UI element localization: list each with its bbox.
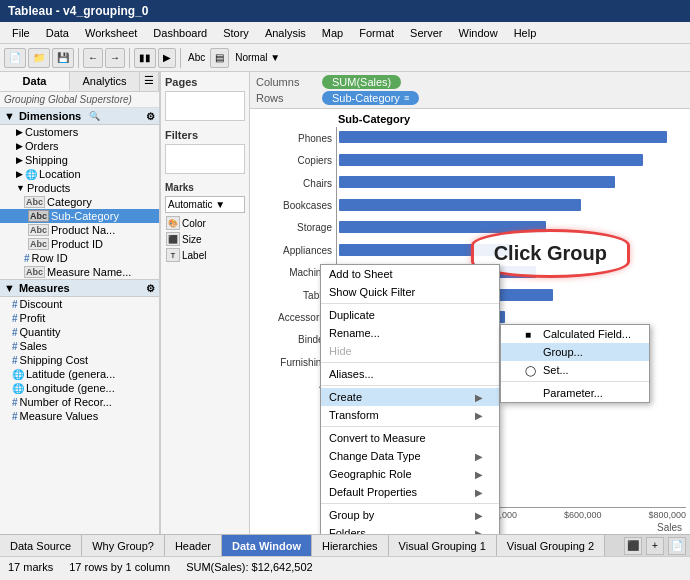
dim-orders[interactable]: ▶ Orders (0, 139, 159, 153)
tab-hierarchies-label: Hierarchies (322, 540, 378, 552)
marks-label: Marks (165, 182, 245, 193)
menu-server[interactable]: Server (402, 25, 450, 41)
ctx-geo-role[interactable]: Geographic Role ▶ (321, 465, 499, 483)
toolbar-save[interactable]: 💾 (52, 48, 74, 68)
ctx-transform[interactable]: Transform ▶ (321, 406, 499, 424)
rows-pill[interactable]: Sub-Category ≡ (322, 91, 419, 105)
ctx-change-data-type[interactable]: Change Data Type ▶ (321, 447, 499, 465)
panel-options[interactable]: ☰ (140, 72, 159, 91)
measure-profit[interactable]: # Profit (0, 311, 159, 325)
toolbar-chart[interactable]: ▤ (210, 48, 229, 68)
dim-category[interactable]: Abc Category (0, 195, 159, 209)
bottom-icon-1[interactable]: ⬛ (624, 537, 642, 555)
context-menu: Add to Sheet Show Quick Filter Duplicate… (320, 264, 500, 534)
measure-values[interactable]: # Measure Values (0, 409, 159, 423)
ctx-convert[interactable]: Convert to Measure (321, 429, 499, 447)
profit-hash-icon: # (12, 313, 18, 324)
ctx-show-quick-filter[interactable]: Show Quick Filter (321, 283, 499, 301)
label-icon[interactable]: T (166, 248, 180, 262)
ctx-folders[interactable]: Folders ▶ (321, 524, 499, 534)
tab-why-group-label: Why Group? (92, 540, 154, 552)
measure-longitude[interactable]: 🌐 Longitude (gene... (0, 381, 159, 395)
pages-box[interactable] (165, 91, 245, 121)
toolbar-redo[interactable]: → (105, 48, 125, 68)
dim-shipping[interactable]: ▶ Shipping (0, 153, 159, 167)
color-icon[interactable]: 🎨 (166, 216, 180, 230)
dim-location[interactable]: ▶ 🌐 Location (0, 167, 159, 181)
ctx-hide[interactable]: Hide (321, 342, 499, 360)
ctx-default-props[interactable]: Default Properties ▶ (321, 483, 499, 501)
tab-analytics[interactable]: Analytics (70, 72, 140, 91)
rows-label: Rows (256, 92, 316, 104)
menu-map[interactable]: Map (314, 25, 351, 41)
measure-discount[interactable]: # Discount (0, 297, 159, 311)
category-abc-icon: Abc (24, 196, 45, 208)
shelf-area: Columns SUM(Sales) Rows Sub-Category ≡ (250, 72, 690, 109)
toolbar-pause[interactable]: ▮▮ (134, 48, 156, 68)
orders-arrow: ▶ (16, 141, 23, 151)
measure-quantity[interactable]: # Quantity (0, 325, 159, 339)
measures-gear-icon[interactable]: ⚙ (146, 283, 155, 294)
ctx-create[interactable]: Create ▶ (321, 388, 499, 406)
submenu-calculated-field[interactable]: ■ Calculated Field... (501, 325, 649, 343)
bar-phones (339, 127, 684, 147)
tab-data[interactable]: Data (0, 72, 70, 91)
tab-visual-grouping-1[interactable]: Visual Grouping 1 (389, 535, 497, 556)
toolbar-open[interactable]: 📁 (28, 48, 50, 68)
submenu-parameter[interactable]: Parameter... (501, 384, 649, 402)
tab-data-window[interactable]: Data Window (222, 535, 312, 556)
dim-subcategory[interactable]: Abc Sub-Category (0, 209, 159, 223)
marks-type[interactable]: Automatic ▼ (165, 196, 245, 213)
measure-latitude[interactable]: 🌐 Latitude (genera... (0, 367, 159, 381)
dimensions-search-icon[interactable]: 🔍 (89, 111, 100, 121)
ctx-add-to-sheet[interactable]: Add to Sheet (321, 265, 499, 283)
ctx-rename[interactable]: Rename... (321, 324, 499, 342)
ctx-group-by[interactable]: Group by ▶ (321, 506, 499, 524)
filters-section: Filters (165, 129, 245, 174)
size-icon[interactable]: ⬛ (166, 232, 180, 246)
ctx-duplicate-label: Duplicate (329, 309, 375, 321)
toolbar-run[interactable]: ▶ (158, 48, 176, 68)
menu-data[interactable]: Data (38, 25, 77, 41)
tab-data-source[interactable]: Data Source (0, 535, 82, 556)
menu-analysis[interactable]: Analysis (257, 25, 314, 41)
bar-label-chairs: Chairs (254, 172, 332, 194)
submenu-group[interactable]: Group... (501, 343, 649, 361)
menu-file[interactable]: File (4, 25, 38, 41)
tab-hierarchies[interactable]: Hierarchies (312, 535, 389, 556)
bottom-icon-2[interactable]: + (646, 537, 664, 555)
measures-header: ▼ Measures ⚙ (0, 280, 159, 297)
ctx-duplicate[interactable]: Duplicate (321, 306, 499, 324)
columns-pill[interactable]: SUM(Sales) (322, 75, 401, 89)
tab-why-group[interactable]: Why Group? (82, 535, 165, 556)
subcategory-label: Sub-Category (51, 210, 119, 222)
filters-box[interactable] (165, 144, 245, 174)
dim-productid[interactable]: Abc Product ID (0, 237, 159, 251)
dim-rowid[interactable]: # Row ID (0, 251, 159, 265)
dim-productname[interactable]: Abc Product Na... (0, 223, 159, 237)
dim-customers[interactable]: ▶ Customers (0, 125, 159, 139)
panel-tabs: Data Analytics ☰ (0, 72, 159, 92)
measure-numrecords[interactable]: # Number of Recor... (0, 395, 159, 409)
menu-window[interactable]: Window (451, 25, 506, 41)
bottom-icon-3[interactable]: 📄 (668, 537, 686, 555)
dim-measurename[interactable]: Abc Measure Name... (0, 265, 159, 279)
measure-shipping[interactable]: # Shipping Cost (0, 353, 159, 367)
toolbar-new[interactable]: 📄 (4, 48, 26, 68)
tab-visual-grouping-2[interactable]: Visual Grouping 2 (497, 535, 605, 556)
menu-dashboard[interactable]: Dashboard (145, 25, 215, 41)
submenu-set[interactable]: ◯ Set... (501, 361, 649, 379)
ctx-aliases[interactable]: Aliases... (321, 365, 499, 383)
toolbar-undo[interactable]: ← (83, 48, 103, 68)
menu-help[interactable]: Help (506, 25, 545, 41)
measure-sales[interactable]: # Sales (0, 339, 159, 353)
productname-abc-icon: Abc (28, 224, 49, 236)
tab-header[interactable]: Header (165, 535, 222, 556)
menu-format[interactable]: Format (351, 25, 402, 41)
dim-products[interactable]: ▼ Products (0, 181, 159, 195)
menu-story[interactable]: Story (215, 25, 257, 41)
bar-chairs (339, 172, 684, 192)
dimensions-gear-icon[interactable]: ⚙ (146, 111, 155, 122)
bottom-tab-icons: ⬛ + 📄 (624, 535, 690, 556)
menu-worksheet[interactable]: Worksheet (77, 25, 145, 41)
